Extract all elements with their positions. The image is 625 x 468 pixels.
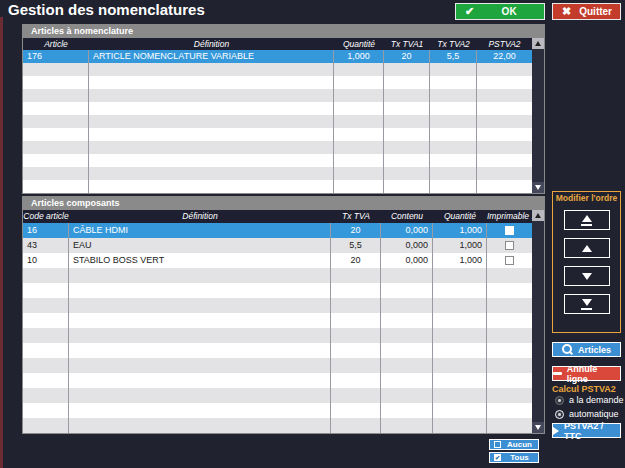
printable-checkbox[interactable] xyxy=(505,226,514,235)
cell xyxy=(334,89,384,102)
cell xyxy=(381,328,433,343)
table-row[interactable] xyxy=(23,298,532,313)
table-row[interactable] xyxy=(23,141,532,154)
cell xyxy=(69,283,331,298)
articles-button[interactable]: Articles xyxy=(552,342,621,357)
cell: 10 xyxy=(23,253,69,268)
table-row[interactable]: 43EAU5,50,0001,000 xyxy=(23,238,532,253)
table-row[interactable] xyxy=(23,403,532,418)
column-header[interactable]: Définition xyxy=(69,210,331,223)
select-none-button[interactable]: Aucun xyxy=(489,439,539,450)
column-header[interactable]: PSTVA2 xyxy=(477,38,532,50)
table-row[interactable] xyxy=(23,418,532,433)
scrollbar-up-icon[interactable] xyxy=(532,210,544,221)
table-row[interactable] xyxy=(23,128,532,141)
cell: EAU xyxy=(69,238,331,253)
cell: 1,000 xyxy=(433,253,487,268)
cell xyxy=(384,141,430,154)
table-row[interactable] xyxy=(23,328,532,343)
move-up-icon xyxy=(582,245,592,252)
table-row[interactable] xyxy=(23,180,532,193)
cell xyxy=(384,154,430,167)
cell xyxy=(69,358,331,373)
move-down-button[interactable] xyxy=(564,266,610,286)
table-row[interactable] xyxy=(23,76,532,89)
pstva2-ttc-button[interactable]: PSTVA2 / TTC xyxy=(552,423,621,438)
table-row[interactable]: 16CÂBLE HDMI200,0001,000 xyxy=(23,223,532,238)
scrollbar-down-icon[interactable] xyxy=(532,182,544,193)
scrollbar-down-icon[interactable] xyxy=(532,422,544,433)
cell xyxy=(23,180,89,193)
table-row[interactable] xyxy=(23,373,532,388)
cancel-line-label: Annule ligne xyxy=(567,364,620,384)
search-icon xyxy=(562,344,573,355)
column-header[interactable]: Code article xyxy=(23,210,69,223)
cell xyxy=(334,115,384,128)
radio-automatic[interactable]: automatique xyxy=(555,409,619,419)
table-row[interactable]: 176ARTICLE NOMENCLATURE VARIABLE1,000205… xyxy=(23,50,532,63)
move-bottom-icon xyxy=(582,299,592,306)
table-row[interactable] xyxy=(23,115,532,128)
scrollbar[interactable] xyxy=(532,38,544,193)
move-bottom-button[interactable] xyxy=(564,294,610,314)
cell xyxy=(384,180,430,193)
cell xyxy=(331,418,381,433)
cell xyxy=(23,403,69,418)
cell xyxy=(331,373,381,388)
table-row[interactable] xyxy=(23,313,532,328)
cell xyxy=(331,343,381,358)
column-header[interactable]: Article xyxy=(23,38,89,50)
cell xyxy=(89,89,334,102)
cell xyxy=(334,128,384,141)
cell xyxy=(23,328,69,343)
printable-checkbox[interactable] xyxy=(505,241,514,250)
printable-checkbox[interactable] xyxy=(505,256,514,265)
table-row[interactable] xyxy=(23,63,532,76)
cell xyxy=(487,238,532,253)
radio-on-demand[interactable]: a la demande xyxy=(555,395,624,405)
cell xyxy=(89,180,334,193)
column-header[interactable]: Tx TVA2 xyxy=(430,38,477,50)
table-row[interactable] xyxy=(23,268,532,283)
move-up-button[interactable] xyxy=(564,238,610,258)
table-row[interactable] xyxy=(23,102,532,115)
column-header[interactable]: Imprimable : xyxy=(487,210,532,223)
nomenclature-table: Articles à nomenclature ArticleDéfinitio… xyxy=(22,24,545,194)
table-row[interactable] xyxy=(23,89,532,102)
cell xyxy=(23,358,69,373)
select-all-button[interactable]: ✔ Tous xyxy=(489,452,539,463)
column-header[interactable]: Tx TVA1 xyxy=(384,38,430,50)
cell xyxy=(334,63,384,76)
cell xyxy=(331,313,381,328)
select-none-label: Aucun xyxy=(505,440,538,449)
cell xyxy=(487,223,532,238)
cell: CÂBLE HDMI xyxy=(69,223,331,238)
radio-on-demand-label: a la demande xyxy=(569,395,624,405)
table-row[interactable]: 10STABILO BOSS VERT200,0001,000 xyxy=(23,253,532,268)
column-header[interactable]: Contenu xyxy=(381,210,433,223)
ok-button[interactable]: ✔ OK xyxy=(455,3,545,20)
scrollbar[interactable] xyxy=(532,210,544,433)
cancel-line-button[interactable]: Annule ligne xyxy=(552,366,621,381)
table-row[interactable] xyxy=(23,358,532,373)
quit-button[interactable]: ✖ Quitter xyxy=(552,3,621,20)
table-row[interactable] xyxy=(23,154,532,167)
cell xyxy=(23,298,69,313)
cell: 20 xyxy=(384,50,430,63)
cell xyxy=(23,128,89,141)
column-header[interactable]: Tx TVA xyxy=(331,210,381,223)
cell xyxy=(89,63,334,76)
table-row[interactable] xyxy=(23,343,532,358)
table-row[interactable] xyxy=(23,167,532,180)
components-table: Articles composants Code articleDéfiniti… xyxy=(22,196,545,434)
column-header[interactable]: Définition xyxy=(89,38,334,50)
table-row[interactable] xyxy=(23,388,532,403)
move-top-button[interactable] xyxy=(564,210,610,230)
table-row[interactable] xyxy=(23,283,532,298)
column-header[interactable]: Quantité xyxy=(433,210,487,223)
cell xyxy=(477,115,532,128)
column-header[interactable]: Quantité xyxy=(334,38,384,50)
scrollbar-up-icon[interactable] xyxy=(532,38,544,49)
cell xyxy=(477,141,532,154)
cell xyxy=(381,283,433,298)
